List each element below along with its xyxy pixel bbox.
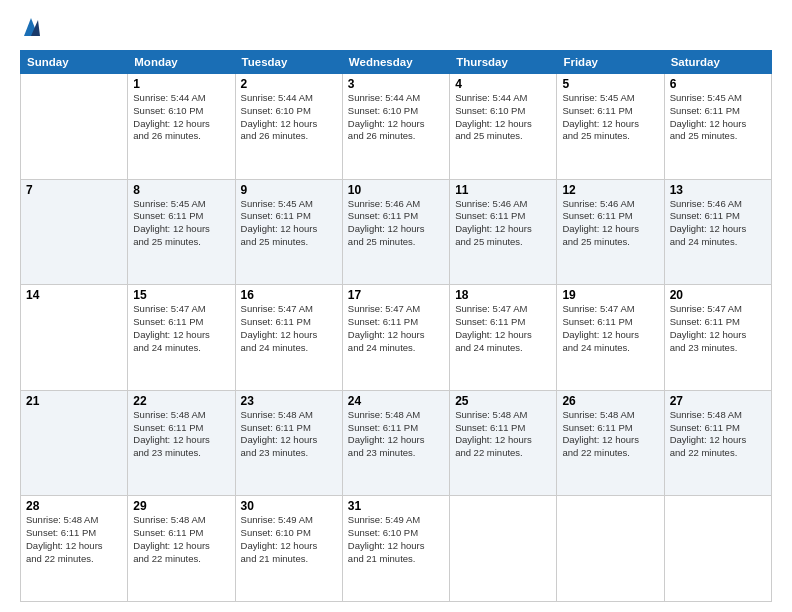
calendar-cell: 6Sunrise: 5:45 AM Sunset: 6:11 PM Daylig… <box>664 74 771 180</box>
calendar-week-row: 28Sunrise: 5:48 AM Sunset: 6:11 PM Dayli… <box>21 496 772 602</box>
calendar-cell: 15Sunrise: 5:47 AM Sunset: 6:11 PM Dayli… <box>128 285 235 391</box>
day-number: 17 <box>348 288 444 302</box>
day-info: Sunrise: 5:48 AM Sunset: 6:11 PM Dayligh… <box>670 409 766 460</box>
calendar-cell: 16Sunrise: 5:47 AM Sunset: 6:11 PM Dayli… <box>235 285 342 391</box>
calendar-header-sunday: Sunday <box>21 51 128 74</box>
day-number: 7 <box>26 183 122 197</box>
day-number: 21 <box>26 394 122 408</box>
calendar-cell <box>557 496 664 602</box>
calendar-cell <box>21 74 128 180</box>
day-info: Sunrise: 5:47 AM Sunset: 6:11 PM Dayligh… <box>455 303 551 354</box>
day-number: 1 <box>133 77 229 91</box>
day-info: Sunrise: 5:47 AM Sunset: 6:11 PM Dayligh… <box>670 303 766 354</box>
day-number: 14 <box>26 288 122 302</box>
calendar-cell: 31Sunrise: 5:49 AM Sunset: 6:10 PM Dayli… <box>342 496 449 602</box>
day-number: 2 <box>241 77 337 91</box>
calendar-cell: 8Sunrise: 5:45 AM Sunset: 6:11 PM Daylig… <box>128 179 235 285</box>
calendar-cell: 30Sunrise: 5:49 AM Sunset: 6:10 PM Dayli… <box>235 496 342 602</box>
day-info: Sunrise: 5:48 AM Sunset: 6:11 PM Dayligh… <box>241 409 337 460</box>
calendar-table: SundayMondayTuesdayWednesdayThursdayFrid… <box>20 50 772 602</box>
calendar-header-thursday: Thursday <box>450 51 557 74</box>
day-info: Sunrise: 5:46 AM Sunset: 6:11 PM Dayligh… <box>670 198 766 249</box>
day-number: 3 <box>348 77 444 91</box>
calendar-cell: 27Sunrise: 5:48 AM Sunset: 6:11 PM Dayli… <box>664 390 771 496</box>
day-info: Sunrise: 5:47 AM Sunset: 6:11 PM Dayligh… <box>562 303 658 354</box>
day-info: Sunrise: 5:44 AM Sunset: 6:10 PM Dayligh… <box>133 92 229 143</box>
calendar-cell: 28Sunrise: 5:48 AM Sunset: 6:11 PM Dayli… <box>21 496 128 602</box>
day-info: Sunrise: 5:44 AM Sunset: 6:10 PM Dayligh… <box>348 92 444 143</box>
calendar-cell: 29Sunrise: 5:48 AM Sunset: 6:11 PM Dayli… <box>128 496 235 602</box>
day-info: Sunrise: 5:47 AM Sunset: 6:11 PM Dayligh… <box>241 303 337 354</box>
day-number: 4 <box>455 77 551 91</box>
calendar-week-row: 2122Sunrise: 5:48 AM Sunset: 6:11 PM Day… <box>21 390 772 496</box>
day-number: 20 <box>670 288 766 302</box>
calendar-cell: 17Sunrise: 5:47 AM Sunset: 6:11 PM Dayli… <box>342 285 449 391</box>
calendar-cell: 11Sunrise: 5:46 AM Sunset: 6:11 PM Dayli… <box>450 179 557 285</box>
calendar-header-friday: Friday <box>557 51 664 74</box>
day-info: Sunrise: 5:46 AM Sunset: 6:11 PM Dayligh… <box>455 198 551 249</box>
calendar-cell: 1Sunrise: 5:44 AM Sunset: 6:10 PM Daylig… <box>128 74 235 180</box>
calendar-cell: 3Sunrise: 5:44 AM Sunset: 6:10 PM Daylig… <box>342 74 449 180</box>
day-info: Sunrise: 5:48 AM Sunset: 6:11 PM Dayligh… <box>348 409 444 460</box>
day-info: Sunrise: 5:49 AM Sunset: 6:10 PM Dayligh… <box>241 514 337 565</box>
calendar-cell: 20Sunrise: 5:47 AM Sunset: 6:11 PM Dayli… <box>664 285 771 391</box>
day-number: 24 <box>348 394 444 408</box>
day-number: 8 <box>133 183 229 197</box>
day-info: Sunrise: 5:45 AM Sunset: 6:11 PM Dayligh… <box>241 198 337 249</box>
day-info: Sunrise: 5:46 AM Sunset: 6:11 PM Dayligh… <box>348 198 444 249</box>
day-number: 19 <box>562 288 658 302</box>
calendar-cell: 21 <box>21 390 128 496</box>
day-number: 16 <box>241 288 337 302</box>
calendar-week-row: 1Sunrise: 5:44 AM Sunset: 6:10 PM Daylig… <box>21 74 772 180</box>
day-info: Sunrise: 5:49 AM Sunset: 6:10 PM Dayligh… <box>348 514 444 565</box>
day-number: 9 <box>241 183 337 197</box>
calendar-cell: 12Sunrise: 5:46 AM Sunset: 6:11 PM Dayli… <box>557 179 664 285</box>
calendar-cell: 19Sunrise: 5:47 AM Sunset: 6:11 PM Dayli… <box>557 285 664 391</box>
day-info: Sunrise: 5:47 AM Sunset: 6:11 PM Dayligh… <box>133 303 229 354</box>
day-number: 6 <box>670 77 766 91</box>
day-number: 12 <box>562 183 658 197</box>
calendar-cell: 5Sunrise: 5:45 AM Sunset: 6:11 PM Daylig… <box>557 74 664 180</box>
calendar-cell: 2Sunrise: 5:44 AM Sunset: 6:10 PM Daylig… <box>235 74 342 180</box>
calendar-cell <box>450 496 557 602</box>
day-number: 29 <box>133 499 229 513</box>
day-number: 23 <box>241 394 337 408</box>
day-number: 18 <box>455 288 551 302</box>
day-number: 11 <box>455 183 551 197</box>
logo-icon <box>22 16 40 38</box>
calendar-cell <box>664 496 771 602</box>
day-number: 25 <box>455 394 551 408</box>
calendar-header-tuesday: Tuesday <box>235 51 342 74</box>
calendar-week-row: 1415Sunrise: 5:47 AM Sunset: 6:11 PM Day… <box>21 285 772 391</box>
calendar-cell: 10Sunrise: 5:46 AM Sunset: 6:11 PM Dayli… <box>342 179 449 285</box>
day-number: 15 <box>133 288 229 302</box>
calendar-header-saturday: Saturday <box>664 51 771 74</box>
calendar-cell: 25Sunrise: 5:48 AM Sunset: 6:11 PM Dayli… <box>450 390 557 496</box>
calendar-cell: 23Sunrise: 5:48 AM Sunset: 6:11 PM Dayli… <box>235 390 342 496</box>
day-number: 27 <box>670 394 766 408</box>
day-info: Sunrise: 5:47 AM Sunset: 6:11 PM Dayligh… <box>348 303 444 354</box>
calendar-cell: 26Sunrise: 5:48 AM Sunset: 6:11 PM Dayli… <box>557 390 664 496</box>
day-info: Sunrise: 5:44 AM Sunset: 6:10 PM Dayligh… <box>455 92 551 143</box>
day-number: 28 <box>26 499 122 513</box>
day-number: 13 <box>670 183 766 197</box>
day-info: Sunrise: 5:46 AM Sunset: 6:11 PM Dayligh… <box>562 198 658 249</box>
calendar-header-wednesday: Wednesday <box>342 51 449 74</box>
day-info: Sunrise: 5:48 AM Sunset: 6:11 PM Dayligh… <box>133 514 229 565</box>
day-number: 22 <box>133 394 229 408</box>
day-info: Sunrise: 5:45 AM Sunset: 6:11 PM Dayligh… <box>670 92 766 143</box>
calendar-cell: 13Sunrise: 5:46 AM Sunset: 6:11 PM Dayli… <box>664 179 771 285</box>
day-info: Sunrise: 5:48 AM Sunset: 6:11 PM Dayligh… <box>133 409 229 460</box>
calendar-cell: 24Sunrise: 5:48 AM Sunset: 6:11 PM Dayli… <box>342 390 449 496</box>
day-number: 26 <box>562 394 658 408</box>
page: SundayMondayTuesdayWednesdayThursdayFrid… <box>0 0 792 612</box>
calendar-cell: 14 <box>21 285 128 391</box>
calendar-cell: 4Sunrise: 5:44 AM Sunset: 6:10 PM Daylig… <box>450 74 557 180</box>
calendar-header-monday: Monday <box>128 51 235 74</box>
day-info: Sunrise: 5:48 AM Sunset: 6:11 PM Dayligh… <box>26 514 122 565</box>
header <box>20 16 772 40</box>
day-info: Sunrise: 5:48 AM Sunset: 6:11 PM Dayligh… <box>562 409 658 460</box>
calendar-cell: 18Sunrise: 5:47 AM Sunset: 6:11 PM Dayli… <box>450 285 557 391</box>
calendar-week-row: 78Sunrise: 5:45 AM Sunset: 6:11 PM Dayli… <box>21 179 772 285</box>
day-number: 10 <box>348 183 444 197</box>
